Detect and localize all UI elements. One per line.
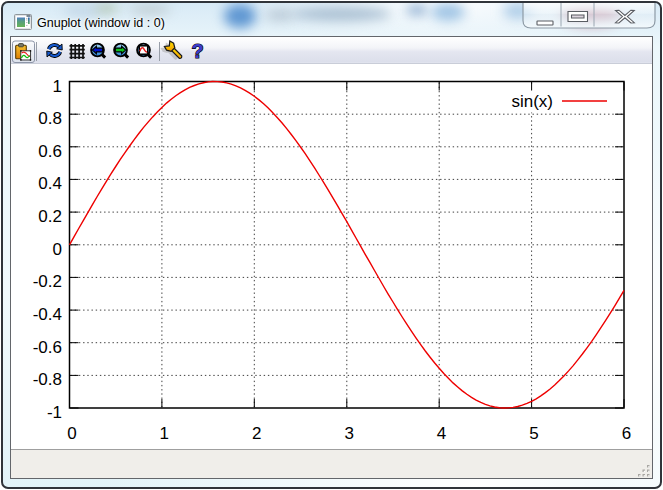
svg-text:sin(x): sin(x): [511, 92, 553, 111]
svg-text:1: 1: [160, 424, 169, 443]
svg-text:6: 6: [622, 424, 631, 443]
svg-text:3: 3: [344, 424, 353, 443]
svg-text:4: 4: [437, 424, 446, 443]
svg-text:-1: -1: [47, 403, 62, 422]
svg-text:0.8: 0.8: [38, 109, 62, 128]
svg-text:0.4: 0.4: [38, 174, 62, 193]
svg-text:1: 1: [53, 77, 62, 96]
svg-text:0.6: 0.6: [38, 142, 62, 161]
svg-text:?: ?: [191, 40, 203, 62]
svg-text:0: 0: [67, 424, 76, 443]
svg-text:-0.6: -0.6: [33, 338, 62, 357]
svg-text:0.2: 0.2: [38, 207, 62, 226]
svg-text:5: 5: [529, 424, 538, 443]
svg-text:2: 2: [252, 424, 261, 443]
svg-text:-0.2: -0.2: [33, 272, 62, 291]
svg-text:0: 0: [53, 240, 62, 259]
svg-text:-0.8: -0.8: [33, 370, 62, 389]
svg-text:-0.4: -0.4: [33, 305, 62, 324]
